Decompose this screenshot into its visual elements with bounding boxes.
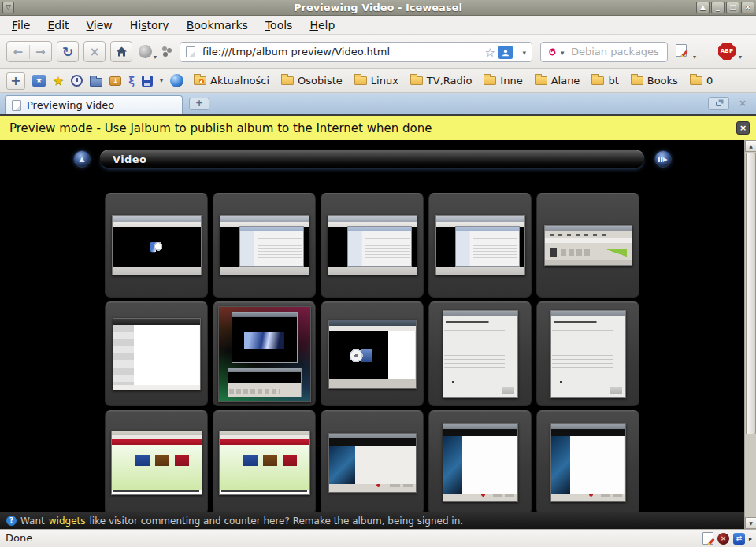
noscript-icon[interactable]: × [717,533,729,545]
menu-file[interactable]: File [3,17,39,34]
identity-icon[interactable] [498,46,513,59]
screenshot-player-playlist [328,320,417,389]
extension-caret[interactable]: ▾ [154,54,157,61]
stop-button[interactable]: × [83,41,106,62]
page-edit-icon[interactable] [676,44,687,57]
url-input[interactable] [201,45,445,58]
thumbnail-interface-settings-window[interactable] [105,301,208,406]
library-folder-icon[interactable] [90,78,102,87]
bookmark-folder-aktualno-ci[interactable]: Aktualności [194,75,269,87]
thumbnail-player-preferences-dialog-3[interactable] [428,193,532,298]
search-engine-caret[interactable]: ▾ [561,49,565,57]
menu-edit[interactable]: Edit [39,17,77,34]
toolbar-overflow-caret[interactable]: ▾ [160,77,163,84]
folder-icon [591,76,604,85]
widgets-link[interactable]: widgets [49,516,86,527]
forward-button[interactable]: → [30,45,52,59]
search-input[interactable] [569,45,662,58]
back-forward-group: ← → [6,41,52,62]
adblock-plus-button[interactable]: ABP [718,43,736,60]
bookmark-folder-linux[interactable]: Linux [354,75,398,87]
album-next-button[interactable]: ▶ [654,150,672,168]
shot-inner [455,226,520,268]
thumbnail-vlc-media-player[interactable] [536,193,639,298]
extension-icon-1[interactable] [139,45,152,58]
url-bar[interactable]: ☆ ▾ [180,42,532,62]
tabs-stack-icon [716,102,721,106]
window-close-button[interactable]: × [741,2,754,13]
bookmarks-panel-icon[interactable]: ★ [32,75,46,87]
status-caret[interactable]: ▸ [749,535,752,542]
tab-previewing-video[interactable]: Previewing Video [5,95,183,114]
thumbnail-realplayer-release-notes[interactable] [428,410,532,515]
url-dropdown-caret[interactable]: ▾ [522,49,526,57]
thumbnail-first-time-setup-finish[interactable] [536,301,639,406]
scroll-up-button[interactable]: ▲ [745,140,756,152]
window-minimize-button[interactable]: _ [711,2,724,13]
menu-help[interactable]: Help [301,17,343,34]
save-floppy-icon[interactable] [142,76,153,87]
bookmark-folder-alane[interactable]: Alane [535,75,580,87]
bookmark-folders: AktualnościOsobisteLinuxTV,RadioInneAlan… [194,75,713,87]
menu-tools[interactable]: Tools [257,17,302,34]
thumbnail-media-store-window-1[interactable] [105,410,208,515]
status-text: Done [6,530,32,547]
notification-close-button[interactable]: × [736,121,750,135]
home-button[interactable] [110,41,132,62]
thumbnail-media-player-with-playlist[interactable] [321,301,424,406]
thumbnail-media-player-with-film-logo[interactable] [105,193,208,298]
thumbnail-xine-player-with-controls[interactable] [213,301,316,406]
thumbnail-media-store-window-2[interactable] [213,410,316,515]
bookmark-folder-books[interactable]: Books [631,75,678,87]
bookmark-folder-inne[interactable]: Inne [484,75,522,87]
thumbnail-realplayer-installer-welcome[interactable] [321,410,424,515]
history-clock-icon[interactable] [71,75,83,87]
bookmark-star-icon[interactable]: ☆ [485,46,495,60]
status-page-edit-icon[interactable] [702,532,713,545]
thumbnail-player-preferences-dialog-2[interactable] [321,193,424,298]
thumbnail-player-preferences-dialog-1[interactable] [213,193,316,298]
debian-swirl-icon[interactable] [546,46,558,61]
page-edit-caret[interactable]: ▾ [693,54,696,61]
menu-bookmarks[interactable]: Bookmarks [178,17,257,34]
bookmark-folder-osobiste[interactable]: Osobiste [281,75,343,87]
adblock-plus-caret[interactable]: ▾ [739,54,742,61]
list-all-tabs-button[interactable] [708,97,729,110]
home-icon [115,46,128,58]
screenshot-store [111,431,202,495]
screenshot-prefs-dialog [435,215,525,275]
thumbnail-first-time-setup-welcome[interactable] [428,301,532,406]
seahorse-icon[interactable]: ξ [128,76,135,87]
album-footer-bar: ? Want widgets like visitor commenting a… [0,512,744,529]
search-bar[interactable]: ▾ [540,42,668,62]
screenshot-prefs-dialog [328,215,417,275]
reload-button[interactable]: ↻ [57,41,79,62]
bookmark-folder-tv-radio[interactable]: TV,Radio [410,75,472,87]
scroll-down-button[interactable]: ▼ [745,517,756,529]
scrollbar[interactable]: ▲ ▼ [744,140,756,529]
add-bookmark-button[interactable]: + [6,72,25,90]
extension-icon-2[interactable] [162,46,167,51]
bookmark-folder-0[interactable]: 0 [690,75,713,87]
screenshot-wizard [443,310,518,398]
scrollbar-thumb[interactable] [746,153,756,434]
window-maximize-button[interactable]: □ [726,2,739,13]
bookmark-label: Linux [371,75,398,87]
downloads-icon[interactable]: ↓ [109,76,121,86]
thumbnail-realplayer-license[interactable] [536,410,639,515]
close-tab-button[interactable]: × [736,97,750,110]
menu-view[interactable]: View [78,17,121,34]
window-shade-button[interactable]: ▲ [696,2,710,13]
rss-folder-icon [194,76,206,85]
new-tab-button[interactable]: + [189,98,209,110]
bookmark-folder-bt[interactable]: bt [591,75,618,87]
proxy-icon[interactable]: ⇄ [733,533,745,545]
star-bookmark-icon[interactable]: ★ [53,75,64,87]
content-area: ▲ Video ▶ ? Want widgets like visitor co… [0,140,756,529]
album-up-button[interactable]: ▲ [73,150,91,168]
globe-icon[interactable] [170,74,183,87]
back-button[interactable]: ← [7,45,29,59]
menu-history[interactable]: History [121,17,178,34]
folder-icon [410,76,423,85]
bookmark-label: Books [647,75,678,87]
